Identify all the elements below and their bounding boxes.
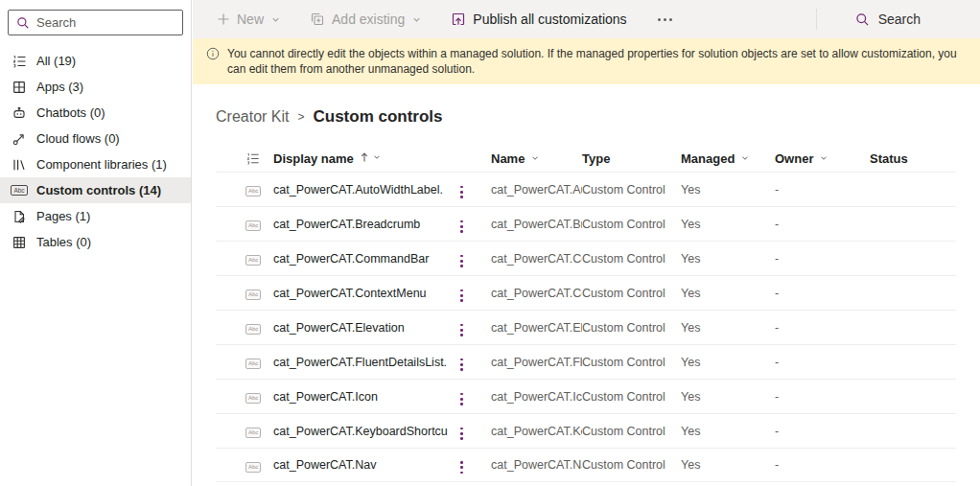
more-options-icon[interactable] — [455, 390, 468, 408]
more-options-icon[interactable] — [455, 321, 468, 339]
add-existing-button[interactable]: Add existing — [310, 12, 422, 27]
sidebar-item-apps[interactable]: Apps (3) — [0, 74, 191, 100]
managed-solution-banner: You cannot directly edit the objects wit… — [193, 38, 980, 84]
name-cell: cat_PowerCAT.Nav — [491, 458, 582, 472]
row-type-cell: Abc — [216, 355, 273, 369]
type-cell: Custom Control — [582, 287, 681, 300]
publish-all-customizations-button[interactable]: Publish all customizations — [451, 12, 626, 27]
main-area: New Add existing Publish all customizati — [193, 0, 980, 486]
table-icon — [12, 235, 27, 250]
more-options-icon[interactable] — [455, 287, 468, 305]
type-cell: Custom Control — [582, 218, 681, 231]
row-type-cell: Abc — [216, 320, 273, 335]
more-commands-button[interactable] — [656, 14, 674, 25]
display-name-cell[interactable]: cat_PowerCAT.ContextMenu — [273, 287, 455, 300]
display-name-cell[interactable]: cat_PowerCAT.Breadcrumb — [273, 218, 455, 231]
breadcrumb-separator-icon: > — [297, 110, 304, 124]
abc-icon: Abc — [245, 428, 261, 438]
table-row[interactable]: Abc cat_PowerCAT.CommandBar cat_PowerCAT… — [216, 241, 956, 275]
column-header-name[interactable]: Name — [491, 151, 582, 166]
table-row[interactable]: Abc cat_PowerCAT.FluentDetailsList. cat_… — [216, 344, 956, 379]
sidebar-item-tables[interactable]: Tables (0) — [0, 229, 191, 255]
sidebar-item-label: All (19) — [36, 54, 76, 68]
more-options-icon[interactable] — [455, 252, 468, 270]
owner-cell: - — [775, 390, 870, 404]
row-type-cell: Abc — [216, 424, 273, 438]
table-row[interactable]: Abc cat_PowerCAT.KeyboardShortcu cat_Pow… — [216, 413, 956, 448]
type-cell: Custom Control — [582, 321, 681, 335]
row-commands-cell — [455, 350, 491, 373]
sidebar-item-all[interactable]: All (19) — [0, 48, 191, 74]
column-header-label: Name — [491, 151, 525, 166]
row-commands-cell — [455, 212, 491, 235]
managed-cell: Yes — [681, 218, 775, 231]
table-row[interactable]: Abc cat_PowerCAT.Icon cat_PowerCAT.Icon … — [216, 379, 956, 413]
toolbar-divider — [816, 9, 817, 30]
column-header-owner[interactable]: Owner — [775, 151, 870, 166]
sidebar-item-label: Apps (3) — [36, 80, 83, 94]
table-row[interactable]: Abc cat_PowerCAT.ContextMenu cat_PowerCA… — [216, 275, 956, 310]
column-header-display-name[interactable]: Display name — [273, 151, 455, 166]
command-bar-right: Search — [816, 9, 980, 30]
display-name-cell[interactable]: cat_PowerCAT.KeyboardShortcu — [273, 425, 455, 438]
row-type-cell: Abc — [216, 389, 273, 404]
managed-cell: Yes — [681, 252, 775, 266]
sidebar-item-chatbots[interactable]: Chatbots (0) — [0, 100, 191, 126]
display-name-cell[interactable]: cat_PowerCAT.AutoWidthLabel. — [273, 183, 455, 197]
apps-icon — [12, 80, 27, 95]
row-type-cell: Abc — [216, 182, 273, 197]
abc-icon: Abc — [245, 462, 261, 473]
new-button[interactable]: New — [217, 12, 281, 27]
table-row[interactable]: Abc cat_PowerCAT.Elevation cat_PowerCAT.… — [216, 310, 956, 344]
sidebar-item-label: Pages (1) — [36, 209, 90, 223]
row-commands-cell — [455, 384, 491, 407]
owner-cell: - — [775, 287, 870, 300]
sidebar: All (19) Apps (3) Chatbots (0) Cloud flo… — [0, 0, 192, 486]
list-icon — [245, 151, 273, 166]
toolbar-search-button[interactable]: Search — [855, 12, 921, 27]
breadcrumb-parent[interactable]: Creator Kit — [216, 108, 289, 126]
owner-cell: - — [775, 321, 870, 335]
column-header-type: Type — [582, 151, 681, 166]
sidebar-item-cloud-flows[interactable]: Cloud flows (0) — [0, 126, 191, 151]
more-options-icon[interactable] — [455, 183, 468, 201]
managed-cell: Yes — [681, 183, 775, 197]
display-name-cell[interactable]: cat_PowerCAT.FluentDetailsList. — [273, 356, 455, 369]
sidebar-search[interactable] — [8, 10, 183, 35]
info-icon — [206, 47, 220, 77]
banner-text: You cannot directly edit the objects wit… — [227, 46, 965, 77]
chevron-down-icon — [530, 153, 540, 163]
publish-icon — [451, 12, 466, 27]
column-header-managed[interactable]: Managed — [681, 151, 775, 166]
table-row[interactable]: Abc cat_PowerCAT.AutoWidthLabel. cat_Pow… — [216, 172, 956, 206]
more-options-icon[interactable] — [455, 458, 468, 476]
name-cell: cat_PowerCAT.Co... — [491, 252, 582, 266]
name-cell: cat_PowerCAT.Co... — [491, 287, 582, 300]
more-options-icon[interactable] — [455, 425, 468, 443]
table-row[interactable]: Abc cat_PowerCAT.Breadcrumb cat_PowerCAT… — [216, 206, 956, 241]
display-name-cell[interactable]: cat_PowerCAT.CommandBar — [273, 252, 455, 266]
row-commands-cell — [455, 419, 491, 442]
row-type-cell: Abc — [216, 217, 273, 231]
type-cell: Custom Control — [582, 425, 681, 438]
display-name-cell[interactable]: cat_PowerCAT.Nav — [273, 458, 455, 472]
chevron-down-icon — [411, 14, 422, 25]
row-type-cell: Abc — [216, 251, 273, 266]
sidebar-item-component-libraries[interactable]: Component libraries (1) — [0, 151, 191, 177]
abc-icon: Abc — [12, 183, 27, 198]
more-options-icon[interactable] — [455, 218, 468, 236]
sidebar-search-input[interactable] — [36, 15, 175, 30]
sidebar-item-custom-controls[interactable]: Abc Custom controls (14) — [0, 177, 191, 203]
more-options-icon[interactable] — [455, 356, 468, 374]
abc-icon: Abc — [245, 359, 261, 369]
name-cell: cat_PowerCAT.Br... — [491, 218, 582, 231]
library-icon — [12, 157, 27, 173]
column-header-label: Owner — [775, 151, 813, 166]
name-cell: cat_PowerCAT.Icon — [491, 390, 582, 404]
table-row[interactable]: Abc cat_PowerCAT.Nav cat_PowerCAT.Nav Cu… — [216, 448, 956, 482]
display-name-cell[interactable]: cat_PowerCAT.Icon — [273, 390, 455, 404]
display-name-cell[interactable]: cat_PowerCAT.Elevation — [273, 321, 455, 335]
numbered-list-icon — [12, 54, 27, 69]
abc-icon: Abc — [245, 393, 261, 404]
sidebar-item-pages[interactable]: Pages (1) — [0, 203, 191, 229]
